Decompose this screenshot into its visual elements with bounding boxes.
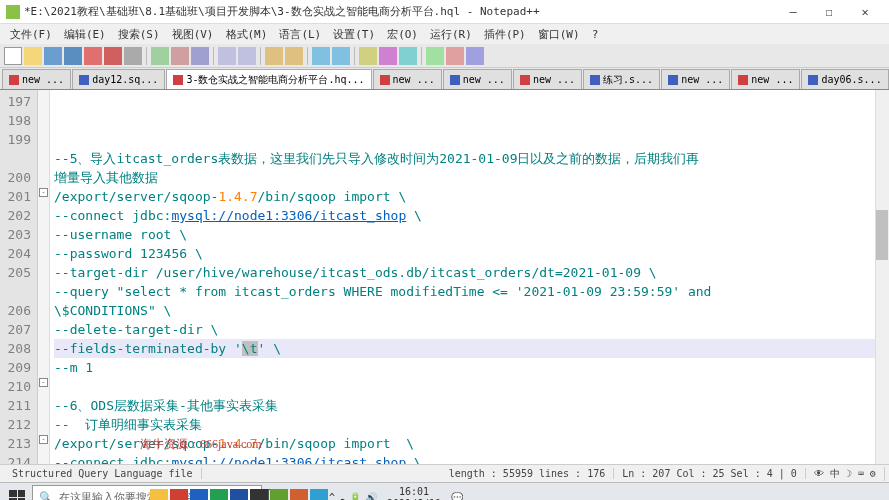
file-tab[interactable]: new ... bbox=[373, 69, 442, 89]
save-button[interactable] bbox=[44, 47, 62, 65]
menu-tools[interactable]: 宏(O) bbox=[381, 25, 424, 44]
editor[interactable]: 197 198 199 200 201 202 203 204 205 206 … bbox=[0, 90, 889, 464]
file-tab[interactable]: day12.sq... bbox=[72, 69, 165, 89]
line-number: 206 bbox=[2, 301, 31, 320]
line-number: 210 bbox=[2, 377, 31, 396]
wordwrap-button[interactable] bbox=[359, 47, 377, 65]
file-tab[interactable]: 练习.s... bbox=[583, 69, 660, 89]
undo-button[interactable] bbox=[218, 47, 236, 65]
close-file-button[interactable] bbox=[84, 47, 102, 65]
menu-run[interactable]: 运行(R) bbox=[424, 25, 478, 44]
taskbar-app-icon[interactable] bbox=[310, 484, 328, 501]
file-tab[interactable]: new ... bbox=[513, 69, 582, 89]
replace-button[interactable] bbox=[285, 47, 303, 65]
menu-view[interactable]: 视图(V) bbox=[166, 25, 220, 44]
tab-label: 练习.s... bbox=[603, 73, 653, 87]
tray-cloud-icon[interactable]: ☁ bbox=[339, 492, 345, 500]
tab-label: new ... bbox=[533, 74, 575, 85]
window-title: *E:\2021教程\基础班\8.1基础班\项目开发脚本\3-数仓实战之智能电商… bbox=[24, 4, 775, 19]
modified-icon bbox=[380, 75, 390, 85]
file-tab[interactable]: 3-数仓实战之智能电商分析平台.hq... bbox=[166, 69, 371, 89]
status-language: Structured Query Language file bbox=[4, 468, 202, 479]
toolbar-separator bbox=[307, 47, 308, 65]
modified-icon bbox=[173, 75, 183, 85]
taskbar-app-icon[interactable] bbox=[170, 484, 188, 501]
taskbar-app-icon[interactable] bbox=[250, 484, 268, 501]
new-file-button[interactable] bbox=[4, 47, 22, 65]
copy-button[interactable] bbox=[171, 47, 189, 65]
toolbar bbox=[0, 44, 889, 68]
line-gutter: 197 198 199 200 201 202 203 204 205 206 … bbox=[0, 90, 38, 464]
vertical-scrollbar[interactable] bbox=[875, 90, 889, 464]
menu-search[interactable]: 搜索(S) bbox=[112, 25, 166, 44]
menu-window[interactable]: 窗口(W) bbox=[532, 25, 586, 44]
line-number: 207 bbox=[2, 320, 31, 339]
line-number: 201 bbox=[2, 187, 31, 206]
zoom-in-button[interactable] bbox=[312, 47, 330, 65]
tab-label: new ... bbox=[751, 74, 793, 85]
menu-edit[interactable]: 编辑(E) bbox=[58, 25, 112, 44]
minimize-button[interactable]: — bbox=[775, 0, 811, 24]
fold-toggle[interactable]: - bbox=[39, 378, 48, 387]
tray-battery-icon[interactable]: 🔋 bbox=[349, 492, 361, 500]
code-area[interactable]: --5、导入itcast_orders表数据，这里我们先只导入修改时间为2021… bbox=[38, 90, 889, 464]
fold-toggle[interactable]: - bbox=[39, 435, 48, 444]
paste-button[interactable] bbox=[191, 47, 209, 65]
print-button[interactable] bbox=[124, 47, 142, 65]
menu-file[interactable]: 文件(F) bbox=[4, 25, 58, 44]
menubar: 文件(F) 编辑(E) 搜索(S) 视图(V) 格式(M) 语言(L) 设置(T… bbox=[0, 24, 889, 44]
notification-icon[interactable]: 💬 bbox=[451, 492, 463, 500]
tab-label: 3-数仓实战之智能电商分析平台.hq... bbox=[186, 73, 364, 87]
toolbar-separator bbox=[260, 47, 261, 65]
indent-button[interactable] bbox=[399, 47, 417, 65]
file-tab[interactable]: day06.s... bbox=[801, 69, 888, 89]
taskbar-app-icon[interactable]: ^ ☁ 🔋 🔊 16:012021/6/19 💬 bbox=[293, 484, 321, 501]
tab-label: new ... bbox=[681, 74, 723, 85]
show-all-button[interactable] bbox=[379, 47, 397, 65]
scrollbar-thumb[interactable] bbox=[876, 210, 888, 260]
save-all-button[interactable] bbox=[64, 47, 82, 65]
file-tab[interactable]: new ... bbox=[443, 69, 512, 89]
tray-up-icon[interactable]: ^ bbox=[329, 492, 335, 500]
menu-plugins[interactable]: 插件(P) bbox=[478, 25, 532, 44]
taskbar-app-icon[interactable] bbox=[230, 484, 248, 501]
search-icon: 🔍 bbox=[39, 491, 53, 500]
file-tab[interactable]: new ... bbox=[661, 69, 730, 89]
menu-help[interactable]: ? bbox=[586, 26, 605, 43]
fold-margin: - - - bbox=[38, 90, 50, 464]
taskbar-app-icon[interactable] bbox=[290, 484, 308, 501]
taskbar-app-icon[interactable] bbox=[270, 484, 288, 501]
toolbar-separator bbox=[146, 47, 147, 65]
toolbar-separator bbox=[421, 47, 422, 65]
macro-stop-button[interactable] bbox=[446, 47, 464, 65]
saved-icon bbox=[450, 75, 460, 85]
find-button[interactable] bbox=[265, 47, 283, 65]
tabbar: new ...day12.sq...3-数仓实战之智能电商分析平台.hq...n… bbox=[0, 68, 889, 90]
taskbar-app-icon[interactable] bbox=[150, 484, 168, 501]
start-button[interactable] bbox=[2, 484, 32, 501]
titlebar: *E:\2021教程\基础班\8.1基础班\项目开发脚本\3-数仓实战之智能电商… bbox=[0, 0, 889, 24]
open-file-button[interactable] bbox=[24, 47, 42, 65]
redo-button[interactable] bbox=[238, 47, 256, 65]
zoom-out-button[interactable] bbox=[332, 47, 350, 65]
menu-lang[interactable]: 语言(L) bbox=[273, 25, 327, 44]
tray-sound-icon[interactable]: 🔊 bbox=[365, 492, 377, 500]
close-button[interactable]: ✕ bbox=[847, 0, 883, 24]
taskbar-clock[interactable]: 16:012021/6/19 bbox=[381, 486, 447, 501]
close-all-button[interactable] bbox=[104, 47, 122, 65]
status-ime[interactable]: 👁 中 ☽ ⌨ ⚙ bbox=[806, 467, 885, 481]
menu-settings[interactable]: 设置(T) bbox=[327, 25, 381, 44]
macro-play-button[interactable] bbox=[466, 47, 484, 65]
file-tab[interactable]: new ... bbox=[731, 69, 800, 89]
taskbar-app-icon[interactable] bbox=[190, 484, 208, 501]
line-number: 204 bbox=[2, 244, 31, 263]
menu-encoding[interactable]: 格式(M) bbox=[220, 25, 274, 44]
taskbar-app-icon[interactable] bbox=[210, 484, 228, 501]
macro-record-button[interactable] bbox=[426, 47, 444, 65]
saved-icon bbox=[808, 75, 818, 85]
file-tab[interactable]: new ... bbox=[2, 69, 71, 89]
maximize-button[interactable]: ☐ bbox=[811, 0, 847, 24]
tab-label: day12.sq... bbox=[92, 74, 158, 85]
cut-button[interactable] bbox=[151, 47, 169, 65]
fold-toggle[interactable]: - bbox=[39, 188, 48, 197]
